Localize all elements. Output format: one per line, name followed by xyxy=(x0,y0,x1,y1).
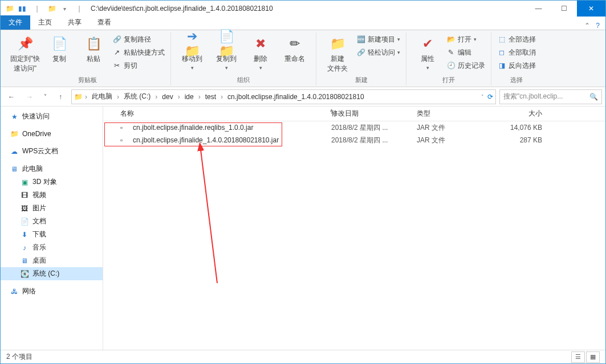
paste-shortcut-button[interactable]: ↗粘贴快捷方式 xyxy=(112,47,165,58)
tab-share[interactable]: 共享 xyxy=(60,15,90,30)
help-icon[interactable]: ? xyxy=(596,22,600,30)
history-button[interactable]: 🕘历史记录 xyxy=(446,60,485,71)
window-title: C:\dev\ide\test\cn.jbolt.eclipse.jfinali… xyxy=(91,5,526,13)
sidebar-onedrive[interactable]: 📁OneDrive xyxy=(1,128,103,140)
back-button[interactable]: ← xyxy=(4,89,19,104)
pin-quickaccess-button[interactable]: 📌 固定到"快 速访问" xyxy=(10,34,40,73)
recent-dropdown[interactable]: ˅ xyxy=(40,89,50,104)
breadcrumb[interactable]: 📁 › 此电脑› 系统 (C:)› dev› ide› test› cn.jbo… xyxy=(71,89,496,104)
content-area: ★快速访问 📁OneDrive ☁WPS云文档 🖥此电脑 ▣3D 对象 🎞视频 … xyxy=(1,107,605,350)
sidebar-item[interactable]: 📄文档 xyxy=(1,215,103,228)
address-dropdown-icon[interactable]: ˅ xyxy=(481,94,484,100)
edit-button[interactable]: ✎编辑 xyxy=(446,47,485,58)
details-view-button[interactable]: ☰ xyxy=(571,351,585,363)
col-date[interactable]: 修改日期 xyxy=(331,109,417,118)
sidebar-item[interactable]: 🖥桌面 xyxy=(1,254,103,267)
invert-selection-button[interactable]: ◨反向选择 xyxy=(497,60,536,71)
sidebar-item[interactable]: 🎞视频 xyxy=(1,189,103,202)
crumb[interactable]: cn.jbolt.eclipse.jfinalide_1.4.0.2018080… xyxy=(225,93,367,101)
search-icon[interactable]: 🔍 xyxy=(589,93,598,101)
sidebar-quickaccess[interactable]: ★快速访问 xyxy=(1,110,103,123)
tab-file[interactable]: 文件 xyxy=(1,15,30,30)
col-type[interactable]: 类型 xyxy=(417,109,485,118)
select-none-button[interactable]: ◻全部取消 xyxy=(497,47,536,58)
copy-path-button[interactable]: 🔗复制路径 xyxy=(112,34,165,45)
chevron-right-icon[interactable]: › xyxy=(197,93,202,101)
qat-item[interactable]: ▮▮ xyxy=(18,4,27,13)
sort-indicator-icon: ▴ xyxy=(330,107,333,113)
copy-to-button[interactable]: 📄📁复制到▾ xyxy=(211,34,242,71)
rename-button[interactable]: ✏重命名 xyxy=(279,34,310,64)
file-list[interactable]: ▴ 名称 修改日期 类型 大小 ▫ cn.jbolt.eclipse.jfina… xyxy=(103,107,605,350)
group-new-label: 新建 xyxy=(355,76,368,84)
maximize-button[interactable]: ☐ xyxy=(551,1,577,17)
sidebar-network[interactable]: 🖧网络 xyxy=(1,285,103,298)
annotation-arrow xyxy=(189,141,223,289)
sidebar-item-system-c[interactable]: 💽系统 (C:) xyxy=(1,267,103,280)
up-button[interactable]: ↑ xyxy=(53,89,68,104)
file-row[interactable]: ▫ cn.jbolt.eclipse.jfinalide_1.4.0.20180… xyxy=(103,134,605,146)
folder-icon: 📁 xyxy=(74,93,83,101)
file-icon: ▫ xyxy=(120,136,129,144)
desktop-icon: 🖥 xyxy=(20,256,29,265)
sidebar-wps[interactable]: ☁WPS云文档 xyxy=(1,145,103,158)
file-row[interactable]: ▫ cn.jbolt.eclipse.jfinalide.reqlibs_1.0… xyxy=(103,121,605,134)
item-count: 2 个项目 xyxy=(6,352,32,362)
sidebar-item[interactable]: ♪音乐 xyxy=(1,241,103,254)
thumbnails-view-button[interactable]: ▦ xyxy=(586,351,600,363)
group-select-label: 选择 xyxy=(510,76,523,84)
chevron-right-icon[interactable]: › xyxy=(219,93,224,101)
sidebar-thispc[interactable]: 🖥此电脑 xyxy=(1,162,103,175)
refresh-button[interactable]: ⟳ xyxy=(487,93,493,101)
new-item-button[interactable]: 🆕新建项目▾ xyxy=(356,34,400,45)
tab-home[interactable]: 主页 xyxy=(30,15,60,30)
window-controls: — ☐ ✕ xyxy=(526,1,605,17)
col-name[interactable]: 名称 xyxy=(120,109,331,118)
search-input[interactable]: 搜索"cn.jbolt.eclip... 🔍 xyxy=(499,89,602,104)
minimize-button[interactable]: — xyxy=(526,1,551,17)
select-all-icon: ⬚ xyxy=(497,35,506,44)
chevron-right-icon[interactable]: › xyxy=(84,93,88,101)
star-icon: ★ xyxy=(10,112,19,121)
delete-button[interactable]: ✖删除▾ xyxy=(245,34,276,71)
ribbon-collapse-icon[interactable]: ⌃ xyxy=(584,22,590,30)
copy-button[interactable]: 📄 复制 xyxy=(44,34,75,64)
crumb[interactable]: ide xyxy=(182,93,196,101)
network-icon: 🖧 xyxy=(10,287,19,296)
video-icon: 🎞 xyxy=(20,191,29,200)
cut-button[interactable]: ✂剪切 xyxy=(112,60,165,71)
open-button[interactable]: 📂打开▾ xyxy=(446,34,485,45)
crumb[interactable]: test xyxy=(203,93,218,101)
select-all-button[interactable]: ⬚全部选择 xyxy=(497,34,536,45)
qat-item[interactable]: 📁 xyxy=(47,4,56,13)
column-headers[interactable]: ▴ 名称 修改日期 类型 大小 xyxy=(103,107,605,121)
file-type: JAR 文件 xyxy=(417,136,485,145)
chevron-right-icon[interactable]: › xyxy=(154,93,158,101)
close-button[interactable]: ✕ xyxy=(577,1,605,17)
tab-view[interactable]: 查看 xyxy=(90,15,119,30)
new-folder-button[interactable]: 📁新建 文件夹 xyxy=(322,34,353,73)
forward-button[interactable]: → xyxy=(22,89,37,104)
paste-button[interactable]: 📋 粘贴 xyxy=(78,34,109,64)
pin-icon: 📌 xyxy=(16,35,34,53)
qat-dropdown-icon[interactable]: ▾ xyxy=(60,4,69,13)
sidebar-item[interactable]: 🖼图片 xyxy=(1,202,103,215)
file-name: cn.jbolt.eclipse.jfinalide_1.4.0.2018080… xyxy=(133,136,331,144)
sidebar-item[interactable]: ⬇下载 xyxy=(1,228,103,241)
sidebar-item[interactable]: ▣3D 对象 xyxy=(1,175,103,189)
file-size: 287 KB xyxy=(485,136,542,144)
delete-icon: ✖ xyxy=(251,35,270,53)
col-size[interactable]: 大小 xyxy=(485,109,542,118)
easy-access-button[interactable]: 🔗轻松访问▾ xyxy=(356,47,400,58)
group-open-label: 打开 xyxy=(442,76,455,84)
cut-icon: ✂ xyxy=(112,61,121,70)
chevron-right-icon[interactable]: › xyxy=(177,93,181,101)
nav-pane[interactable]: ★快速访问 📁OneDrive ☁WPS云文档 🖥此电脑 ▣3D 对象 🎞视频 … xyxy=(1,107,103,350)
move-to-button[interactable]: ➔📁移动到▾ xyxy=(177,34,208,71)
downloads-icon: ⬇ xyxy=(20,230,29,239)
crumb[interactable]: dev xyxy=(160,93,175,101)
crumb[interactable]: 此电脑 xyxy=(90,92,115,101)
properties-button[interactable]: ✔属性▾ xyxy=(412,34,443,71)
crumb[interactable]: 系统 (C:) xyxy=(121,92,153,101)
chevron-right-icon[interactable]: › xyxy=(116,93,120,101)
